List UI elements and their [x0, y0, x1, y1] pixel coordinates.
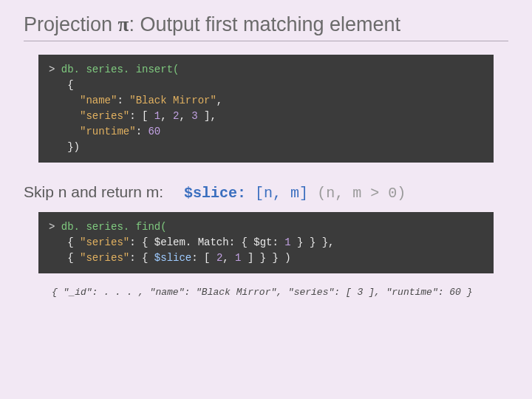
slice-cond: (n, m > 0): [308, 185, 406, 202]
code-key: "series": [49, 110, 129, 122]
subtitle-row: Skip n and return m: $slice: [n, m] (n, …: [24, 183, 494, 202]
code-sep: ,: [222, 252, 235, 264]
slice-op: $slice:: [184, 185, 246, 202]
code-num: 3: [191, 110, 197, 122]
code-num: 1: [284, 236, 290, 248]
code-num: 1: [235, 252, 241, 264]
code-sep: {: [49, 236, 80, 248]
code-sep: :: [117, 95, 129, 106]
code-str: "Black Mirror": [129, 95, 216, 106]
code-sep: ],: [198, 110, 216, 122]
code-sep: ,: [179, 110, 191, 122]
code-key: "series": [80, 236, 129, 248]
code-sep: ,: [160, 110, 173, 122]
code-block-find: > db. series. find( { "series": { $elem.…: [38, 212, 494, 273]
code-sep: : {: [129, 252, 154, 264]
slice-op: $slice: [154, 252, 191, 264]
code-block-insert: > db. series. insert( { "name": "Black M…: [38, 55, 494, 163]
code-sep: } } },: [291, 236, 335, 248]
code-key: "runtime": [49, 126, 136, 137]
subtitle-text: Skip n and return m:: [24, 183, 163, 201]
code-sep: {: [49, 252, 80, 264]
pi-symbol: π: [118, 13, 129, 35]
slice-args: [n, m]: [246, 185, 308, 202]
code-line: {: [49, 79, 74, 91]
code-line: db. series. find(: [61, 221, 167, 233]
result-output: { "_id": . . . , "name": "Black Mirror",…: [52, 287, 494, 298]
code-sep: : [: [191, 252, 216, 264]
code-key: "series": [80, 252, 129, 264]
code-sep: : { $elem. Match: { $gt:: [129, 236, 284, 248]
slide-title: Projection π: Output first matching elem…: [24, 13, 508, 41]
code-num: 60: [148, 126, 160, 137]
code-num: 1: [154, 110, 160, 122]
code-line: }): [49, 141, 80, 153]
title-prefix: Projection: [24, 13, 118, 35]
slice-expression: $slice: [n, m] (n, m > 0): [184, 185, 406, 202]
code-key: "name": [49, 95, 117, 106]
code-line: db. series. insert(: [61, 64, 180, 75]
code-sep: ,: [216, 95, 222, 106]
code-sep: :: [136, 126, 149, 137]
prompt: >: [49, 64, 61, 75]
code-sep: : [: [129, 110, 154, 122]
prompt: >: [49, 221, 61, 233]
title-suffix: : Output first matching element: [129, 13, 400, 35]
code-sep: ] } } ): [242, 252, 291, 264]
